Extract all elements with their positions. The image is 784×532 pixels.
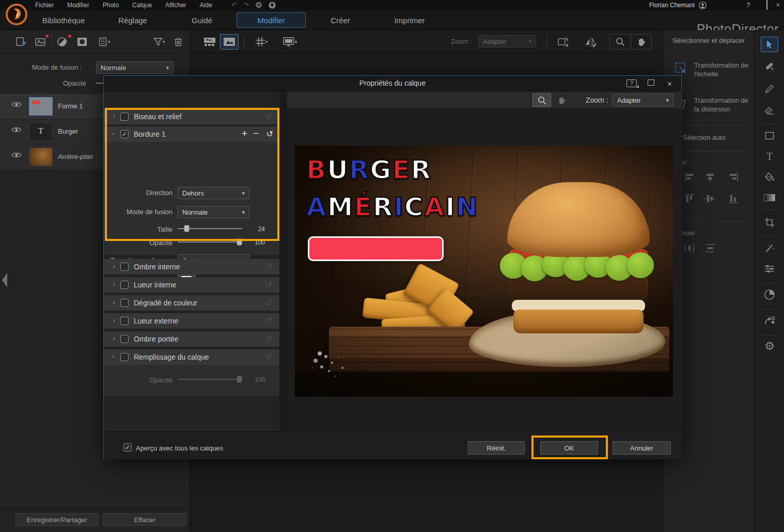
chevron-right-icon[interactable]: › [111,299,117,306]
grid-overlay-icon[interactable]: ▾ [251,35,272,49]
section-lueur-interne[interactable]: › Lueur interne ↺ [104,277,279,293]
remplissage-checkbox[interactable] [120,353,129,361]
display-monitor-icon[interactable]: ▾ [279,35,301,49]
preview-all-layers-checkbox[interactable]: ✓ [123,443,132,452]
preferences-gear-icon[interactable]: ⚙ [761,338,778,354]
new-layer-icon[interactable] [13,35,29,49]
visibility-eye-icon[interactable] [11,101,22,108]
text-tool-icon[interactable]: T [761,149,778,164]
distribute-vertical-icon[interactable] [704,243,717,255]
reset-icon[interactable]: ↺ [265,280,272,289]
chevron-right-icon[interactable]: › [111,263,117,270]
reset-icon[interactable]: ↺ [265,298,272,308]
rotate-icon[interactable] [553,35,573,49]
ombre-portee-checkbox[interactable] [120,335,129,343]
add-border-icon[interactable]: + [242,128,247,139]
menu-calque[interactable]: Calque [132,2,152,9]
pan-hand-icon[interactable] [631,35,651,49]
dialog-close-icon[interactable]: × [667,79,672,89]
filter-layers-icon[interactable]: ▾ [150,35,168,49]
eraser-tool-icon[interactable] [761,103,778,119]
preview-zoom-tool-icon[interactable] [532,93,551,107]
border-opacity-slider[interactable] [178,238,242,246]
color-adjust-icon[interactable] [761,287,778,302]
pen-tool-icon[interactable] [761,81,778,96]
reset-icon[interactable]: ↺ [265,334,272,344]
lueur-interne-checkbox[interactable] [120,281,129,289]
remove-border-icon[interactable]: − [253,128,259,139]
ok-button[interactable]: OK [540,441,598,455]
scale-transform-label[interactable]: Transformation de l'échelle [694,61,751,78]
cancel-button[interactable]: Annuler [613,441,671,455]
chevron-down-icon[interactable]: › [109,131,117,137]
align-middle-icon[interactable] [704,193,717,205]
undo-icon[interactable]: ↶ [231,0,237,10]
notifications-bell-icon[interactable] [269,2,276,9]
preview-pan-hand-icon[interactable] [552,93,571,107]
border-blend-dropdown[interactable]: Normale▾ [178,206,249,218]
avatar-icon[interactable] [699,2,707,9]
reset-icon[interactable]: ↺ [265,352,272,362]
adjustment-sliders-icon[interactable] [761,261,778,277]
section-biseau-et-relief[interactable]: › Biseau et relief ↺ [104,109,279,124]
shape-tool-icon[interactable] [761,128,778,143]
help-icon[interactable]: ? [746,0,750,10]
canvas-preview-image[interactable]: BURGER AMÉRICAIN [295,146,673,397]
section-bordure-1[interactable]: › ✓ Bordure 1 + − ↺ [104,126,279,142]
distribute-horizontal-icon[interactable] [684,243,696,255]
tab-bibliotheque[interactable]: Bibliothèque [29,10,98,30]
blend-mode-dropdown[interactable]: Normale▾ [96,61,174,74]
menu-photo[interactable]: Photo [103,2,119,9]
reset-button[interactable]: Réinit. [468,441,525,455]
size-slider[interactable] [178,225,242,232]
degrade-checkbox[interactable] [120,299,129,307]
clear-button[interactable]: Effacer [103,513,186,526]
visibility-eye-icon[interactable] [11,152,22,158]
menu-afficher[interactable]: Afficher [165,2,186,9]
tab-modifier[interactable]: Modifier [237,12,306,28]
chevron-down-icon[interactable]: › [109,353,117,360]
reset-icon[interactable]: ↺ [265,262,272,271]
user-name[interactable]: Florian Chemani [649,2,695,9]
layer-menu-icon[interactable]: ▾ [95,35,114,49]
dialog-help-icon[interactable]: ? [626,79,637,87]
magic-wand-icon[interactable] [761,240,778,256]
zoom-tool-icon[interactable] [610,35,631,49]
align-bottom-icon[interactable] [728,193,740,205]
distort-transform-label[interactable]: Transformation de la distorsion [694,96,752,114]
section-remplissage-du-calque[interactable]: › Remplissage du calque ↺ [104,349,279,365]
reset-icon[interactable]: ↺ [265,111,272,121]
align-left-icon[interactable] [684,171,696,184]
tab-reglage[interactable]: Réglage [98,10,167,30]
save-share-button[interactable]: Enregistrer/Partager [15,513,98,526]
dialog-title-bar[interactable]: Propriétés du calque ? × [104,76,681,91]
bordure-checkbox[interactable]: ✓ [120,130,129,138]
menu-aide[interactable]: Aide [200,2,212,9]
auto-select-label[interactable]: Sélection auto [683,133,725,142]
flip-icon[interactable] [581,35,601,49]
preview-zoom-dropdown[interactable]: Adapter▾ [613,94,673,106]
chevron-right-icon[interactable]: › [111,281,117,288]
chevron-right-icon[interactable]: › [111,335,117,342]
chevron-right-icon[interactable]: › [111,317,117,324]
settings-gear-icon[interactable]: ⚙ [255,0,262,10]
menu-fichier[interactable]: Fichier [35,2,54,9]
add-photo-layer-icon[interactable] [33,35,49,49]
tab-guide[interactable]: Guidé [167,10,237,30]
collapse-left-panel-arrow[interactable] [2,273,7,287]
section-degrade-de-couleur[interactable]: › Dégradé de couleur ↺ [104,295,279,311]
export-layers-icon[interactable] [761,313,778,328]
adjustment-brush-icon[interactable] [761,59,778,74]
direction-dropdown[interactable]: Dehors▾ [178,187,249,199]
photodirector-logo-icon[interactable] [4,2,29,27]
visibility-eye-icon[interactable] [11,126,22,133]
section-lueur-externe[interactable]: › Lueur externe ↺ [104,313,279,329]
crop-tool-icon[interactable] [761,215,778,230]
align-top-icon[interactable] [684,193,696,205]
dialog-maximize-icon[interactable] [648,79,654,86]
menu-modifier[interactable]: Modifier [67,2,89,9]
tab-creer[interactable]: Créer [306,10,375,30]
gradient-tool-icon[interactable] [761,190,778,205]
lueur-externe-checkbox[interactable] [120,317,129,325]
adjustment-layer-icon[interactable] [55,35,70,49]
